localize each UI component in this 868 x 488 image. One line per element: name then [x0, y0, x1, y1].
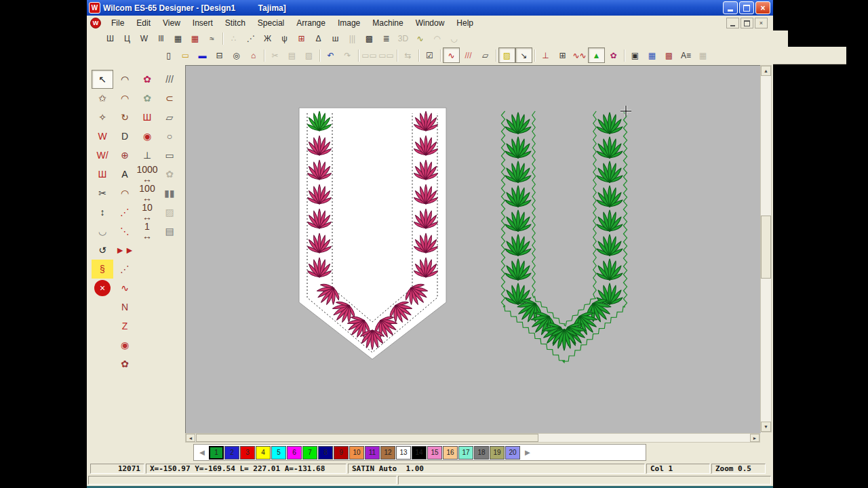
color-swatch-2[interactable]: 2 [224, 446, 239, 460]
wheel-flower-tool[interactable]: ✿ [114, 354, 136, 373]
needle-point-icon[interactable]: ⊥ [537, 47, 554, 63]
menu-view[interactable]: View [157, 17, 186, 29]
motif-run-icon[interactable]: ∿ [412, 31, 429, 47]
menu-window[interactable]: Window [410, 17, 451, 29]
spacing-100-tool[interactable]: 100 ↔ [136, 184, 158, 203]
auto-letters-icon[interactable]: A≡ [677, 47, 694, 63]
color-swatch-15[interactable]: 15 [427, 446, 442, 460]
dash-line-tool[interactable]: ⋰ [114, 203, 136, 222]
weave-stitch-icon[interactable]: Ж [259, 31, 276, 47]
copy-icon[interactable]: ▤ [283, 47, 300, 63]
spring-star-tool[interactable]: § [92, 260, 113, 279]
mirror-flower-tool[interactable]: ✿ [136, 89, 158, 108]
grid-icon[interactable]: ⊞ [554, 47, 571, 63]
color-swatch-18[interactable]: 18 [474, 446, 489, 460]
bitmap-design[interactable] [299, 108, 446, 359]
circle-star-tool[interactable]: ◉ [114, 336, 136, 354]
stitch-bow-tool[interactable]: Ш [92, 165, 113, 184]
stitch-list-icon[interactable]: ▦ [644, 47, 660, 63]
spacing-1000-tool[interactable]: 1000 ↔ [136, 165, 158, 184]
loop-stitch-icon[interactable]: ◠ [429, 31, 446, 47]
pattern-fill-icon[interactable]: ▦ [170, 31, 186, 47]
transform-1-icon[interactable]: ▭▭ [361, 47, 378, 63]
paste-icon[interactable]: ▨ [300, 47, 317, 63]
color-swatch-13[interactable]: 13 [396, 446, 411, 460]
stitch-angle-tool[interactable]: W/ [92, 146, 113, 165]
chain-stitch-tool[interactable]: ⋱ [114, 222, 136, 241]
motif-fill-icon[interactable]: ▦ [186, 31, 203, 47]
menu-file[interactable]: File [105, 17, 130, 29]
menu-image[interactable]: Image [332, 17, 366, 29]
palette-left-arrow[interactable]: ◄ [195, 446, 209, 460]
satin-stitch-icon[interactable]: Ш [102, 31, 119, 47]
menu-stitch[interactable]: Stitch [219, 17, 252, 29]
curve-nodes-tool[interactable]: ◠ [114, 184, 136, 203]
faded-flower-tool[interactable]: ✿ [159, 165, 180, 184]
arch-input-tool[interactable]: ◠ [114, 89, 136, 108]
loop-stitch2-icon[interactable]: ◡ [446, 31, 462, 47]
minimize-button[interactable] [723, 1, 738, 14]
rotate-circle-tool[interactable]: ↻ [114, 108, 136, 127]
threads-icon[interactable]: ∿∿ [571, 47, 588, 63]
fan-stitch-icon[interactable]: ⋰ [242, 31, 259, 47]
color-swatch-14[interactable]: 14 [412, 446, 427, 460]
scroll-right-button[interactable]: ► [750, 434, 760, 442]
mdi-minimize-button[interactable] [726, 18, 739, 28]
menu-machine[interactable]: Machine [366, 17, 409, 29]
spacing-1-tool[interactable]: 1 ↔ [136, 222, 158, 241]
mdi-close-button[interactable]: × [755, 18, 768, 28]
z-pattern-tool[interactable]: Z [114, 317, 136, 336]
landscape-icon[interactable]: ▲ [588, 47, 605, 63]
curve-tool[interactable]: ⊂ [159, 89, 180, 108]
color-swatch-20[interactable]: 20 [505, 446, 520, 460]
measure-arrow-icon[interactable]: ↘ [515, 47, 532, 63]
orbit-rotate-tool[interactable]: ↺ [92, 241, 113, 260]
reshape-tool[interactable]: ◠ [114, 70, 136, 89]
print-preview-icon[interactable]: ◎ [228, 47, 245, 63]
menu-edit[interactable]: Edit [130, 17, 157, 29]
restore-button[interactable] [739, 1, 754, 14]
dotted-fill-icon[interactable]: ∴ [225, 31, 242, 47]
dense-pattern-icon[interactable]: ▩ [361, 31, 378, 47]
red-thread-icon[interactable]: ∿ [443, 47, 460, 63]
color-swatch-11[interactable]: 11 [365, 446, 380, 460]
hatch-stitch-icon[interactable]: /// [460, 47, 477, 63]
new-icon[interactable]: ▯ [160, 47, 177, 63]
close-button[interactable]: × [755, 1, 770, 14]
fill-circle-tool[interactable]: ◉ [136, 127, 158, 146]
wave-fill-icon[interactable]: ≈ [203, 31, 220, 47]
faded-pattern-tool[interactable]: ▨ [159, 203, 180, 222]
arrow-chain-tool[interactable]: ►► [114, 241, 136, 260]
layered-lines-tool[interactable]: ▤ [159, 222, 180, 241]
yellow-pattern-icon[interactable]: ▨ [498, 47, 515, 63]
transform-2-icon[interactable]: ▭▭ [378, 47, 395, 63]
color-blocks-icon[interactable]: ▩ [660, 47, 677, 63]
vertical-scrollbar[interactable]: ▲ ▼ [760, 65, 772, 432]
letter-d-tool[interactable]: D [114, 127, 136, 146]
stop-hand-tool[interactable]: × [94, 280, 111, 296]
freehand-tool[interactable]: ✧ [92, 108, 113, 127]
mdi-restore-button[interactable] [741, 18, 753, 28]
color-swatch-7[interactable]: 7 [302, 446, 317, 460]
color-swatch-9[interactable]: 9 [334, 446, 349, 460]
rectangle-tool[interactable]: ▭ [159, 146, 180, 165]
plaid-ball-tool[interactable]: ⊕ [114, 146, 136, 165]
menu-arrange[interactable]: Arrange [290, 17, 332, 29]
menu-help[interactable]: Help [450, 17, 479, 29]
open-folder-icon[interactable]: ▭ [177, 47, 194, 63]
palette-right-arrow[interactable]: ► [521, 446, 534, 460]
color-swatch-5[interactable]: 5 [271, 446, 286, 460]
outline-shape-icon[interactable]: ▱ [477, 47, 494, 63]
dashed-stitch-tool[interactable]: ⋰ [114, 260, 136, 279]
select-tool[interactable]: ↖ [92, 70, 113, 89]
pattern-box-icon[interactable]: ⊞ [293, 31, 310, 47]
flower-image-icon[interactable]: ✿ [605, 47, 622, 63]
bitmap-frame-icon[interactable]: ▣ [627, 47, 644, 63]
run-stitch-tool[interactable]: W [92, 127, 113, 146]
horizontal-scrollbar[interactable]: ◄ ► [185, 433, 760, 443]
tatami-fill-icon[interactable]: lll [153, 31, 170, 47]
lettering-tool[interactable]: A [114, 165, 136, 184]
color-swatch-6[interactable]: 6 [287, 446, 302, 460]
color-swatch-3[interactable]: 3 [240, 446, 255, 460]
cut-icon[interactable]: ✂ [267, 47, 283, 63]
